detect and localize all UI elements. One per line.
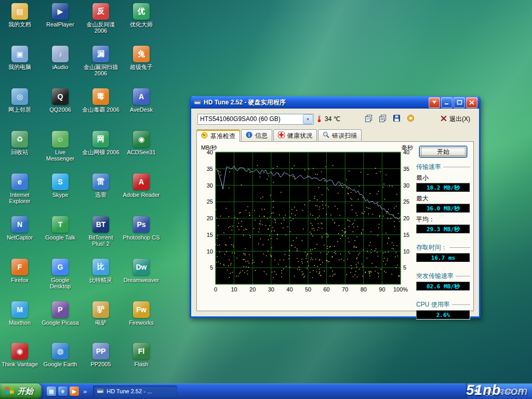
- desktop-icon-thunder-xunlei[interactable]: 雷迅雷: [82, 174, 120, 198]
- desktop-icon-label: Dreamweaver: [122, 277, 161, 283]
- network-places-icon: ◎: [11, 88, 28, 105]
- drive-select[interactable]: HTS541060G9SA00 (60 GB) ▼: [197, 114, 314, 125]
- svg-text:80: 80: [361, 286, 367, 292]
- desktop-icon-recycle-bin[interactable]: ♻回收站: [1, 131, 39, 155]
- desktop-icon-kingsoft-netguard-2006[interactable]: 网金山网镖 2006: [82, 131, 120, 155]
- desktop-icon-label: 金山毒霸 2006: [82, 107, 120, 113]
- live-messenger-icon: ☺: [52, 131, 69, 148]
- desktop-icon-kingsoft-vulnscan-2006[interactable]: 漏金山漏洞扫描 2006: [82, 46, 120, 76]
- desktop-icon-google-desktop[interactable]: GGoogle Desktop: [41, 259, 79, 289]
- desktop-icon-avedesk[interactable]: AAveDesk: [122, 88, 161, 113]
- desktop-icon-firefox[interactable]: FFirefox: [1, 259, 39, 283]
- maximize-button[interactable]: [454, 97, 465, 108]
- kingsoft-duba-2006-icon: 毒: [92, 88, 109, 105]
- exit-button[interactable]: 退出(X): [437, 113, 474, 125]
- desktop-icon-label: Skype: [41, 192, 79, 198]
- arrow-down-icon: [432, 101, 436, 104]
- desktop-icon-live-messenger[interactable]: ☺Live Messenger: [41, 131, 79, 162]
- chevron-down-icon[interactable]: ▼: [303, 114, 313, 124]
- desktop-icon-google-earth[interactable]: ◍Google Earth: [41, 343, 79, 367]
- svg-text:30: 30: [207, 182, 213, 189]
- save-icon: [393, 114, 401, 124]
- desktop-icon-skype[interactable]: SSkype: [41, 174, 79, 198]
- desktop-icon-bitspirit[interactable]: 比比特精灵: [82, 259, 120, 283]
- titlebar[interactable]: HD Tune 2.52 - 硬盘实用程序: [191, 96, 480, 109]
- save-screenshot-button[interactable]: [390, 113, 403, 125]
- desktop-icon-fireworks[interactable]: FwFireworks: [122, 301, 161, 326]
- media-player-quicklaunch-icon[interactable]: ▶: [70, 387, 79, 396]
- tab-bar: 基准检查信息健康状况错误扫描: [196, 129, 474, 141]
- desktop-icon-label: Think Vantage: [1, 361, 39, 367]
- tab-error-scan[interactable]: 错误扫描: [318, 129, 362, 141]
- desktop-icon-acdsee31[interactable]: ◉ACDSee31: [122, 131, 161, 155]
- minimize-button[interactable]: [441, 97, 453, 108]
- quick-launch-bar: ▦e▶: [42, 387, 81, 396]
- desktop-icon-label: iAudio: [41, 64, 79, 70]
- copy-image-button[interactable]: [362, 113, 375, 125]
- start-button[interactable]: 开始: [0, 383, 42, 399]
- desktop-icon-emule[interactable]: 驴电驴: [82, 301, 120, 326]
- desktop-icon-realplayer[interactable]: ▶RealPlayer: [41, 3, 79, 28]
- desktop-icon-iaudio[interactable]: ♪iAudio: [41, 46, 79, 70]
- svg-text:5: 5: [403, 264, 406, 271]
- start-benchmark-button[interactable]: 开始: [419, 146, 467, 157]
- google-picasa-icon: P: [52, 301, 69, 318]
- internet-explorer-quicklaunch-icon[interactable]: e: [58, 387, 68, 396]
- exit-label: 退出(X): [449, 115, 470, 124]
- svg-text:毫秒: 毫秒: [402, 144, 414, 151]
- desktop-icon-super-rabbit[interactable]: 兔超级兔子: [122, 46, 161, 70]
- desktop-icon-label: 我的电脑: [1, 64, 39, 70]
- desktop-icon-bittorrent-plus-2[interactable]: BTBitTorrent Plus! 2: [82, 216, 120, 247]
- avedesk-icon: A: [133, 88, 150, 105]
- desktop-icon-kingsoft-antispy-2006[interactable]: 反金山反间谍 2006: [82, 3, 120, 34]
- desktop-icon-photoshop-cs[interactable]: PsPhotoshop CS: [122, 216, 161, 241]
- desktop-icon-maxthon[interactable]: MMaxthon: [1, 301, 39, 326]
- copy-text-button[interactable]: [376, 113, 389, 125]
- cpu-usage-value: 2.6%: [416, 310, 470, 320]
- info-icon: [246, 131, 252, 140]
- desktop-icon-think-vantage[interactable]: ◉Think Vantage: [1, 343, 39, 367]
- tab-info[interactable]: 信息: [241, 129, 272, 141]
- desktop-icon-google-picasa[interactable]: PGoogle Picasa: [41, 301, 79, 326]
- svg-text:25: 25: [403, 198, 409, 205]
- desktop-icon-dreamweaver[interactable]: DwDreamweaver: [122, 259, 161, 283]
- realplayer-icon: ▶: [52, 3, 69, 20]
- emule-icon: 驴: [92, 301, 109, 318]
- taskbar-task-hdtune[interactable]: HD Tune 2.52 - ...: [93, 385, 177, 397]
- desktop-icon-kingsoft-duba-2006[interactable]: 毒金山毒霸 2006: [82, 88, 120, 113]
- svg-text:15: 15: [403, 232, 409, 238]
- my-documents-icon: ▤: [11, 3, 28, 20]
- toolbar-buttons: [362, 113, 417, 125]
- quicklaunch-chevron-icon[interactable]: »: [81, 388, 89, 395]
- access-time-section-label: 存取时间：: [416, 243, 470, 252]
- desktop-icon-qq2006[interactable]: QQQ2006: [41, 88, 79, 113]
- super-rabbit-icon: 兔: [133, 46, 150, 62]
- desktop-icon-adobe-reader[interactable]: AAdobe Reader: [122, 174, 161, 198]
- options-button[interactable]: [404, 113, 417, 125]
- tab-benchmark[interactable]: 基准检查: [196, 129, 240, 142]
- drive-select-value: HTS541060G9SA00 (60 GB): [198, 115, 281, 123]
- desktop-icon-internet-explorer[interactable]: eInternet Explorer: [1, 174, 39, 204]
- tab-health[interactable]: 健康状况: [273, 129, 317, 141]
- qq2006-icon: Q: [52, 88, 69, 105]
- desktop-icon-youhua-dashi[interactable]: 优优化大师: [122, 3, 161, 28]
- desktop-icon-network-places[interactable]: ◎网上邻居: [1, 88, 39, 113]
- svg-text:10: 10: [207, 248, 213, 255]
- svg-text:100%: 100%: [393, 286, 408, 292]
- svg-text:20: 20: [403, 215, 409, 221]
- desktop-icon-label: NetCaptor: [1, 234, 39, 241]
- desktop-icon-netcaptor[interactable]: NNetCaptor: [1, 216, 39, 241]
- desktop-icon-pp2005[interactable]: PPPP2005: [82, 343, 120, 367]
- show-desktop-icon[interactable]: ▦: [47, 387, 56, 396]
- desktop-icon-my-computer[interactable]: ▣我的电脑: [1, 46, 39, 70]
- desktop-icon-label: PP2005: [82, 361, 120, 367]
- minimize-to-tray-button[interactable]: [429, 97, 440, 108]
- desktop-icon-label: 回收站: [1, 149, 39, 155]
- options-icon: [407, 114, 415, 124]
- desktop-icon-google-talk[interactable]: TGoogle Talk: [41, 216, 79, 241]
- svg-text:60: 60: [323, 286, 329, 292]
- desktop-icon-my-documents[interactable]: ▤我的文档: [1, 3, 39, 28]
- close-button[interactable]: [466, 97, 477, 108]
- desktop-icon-flash[interactable]: FlFlash: [122, 343, 161, 367]
- cpu-usage-section-label: CPU 使用率: [416, 300, 470, 309]
